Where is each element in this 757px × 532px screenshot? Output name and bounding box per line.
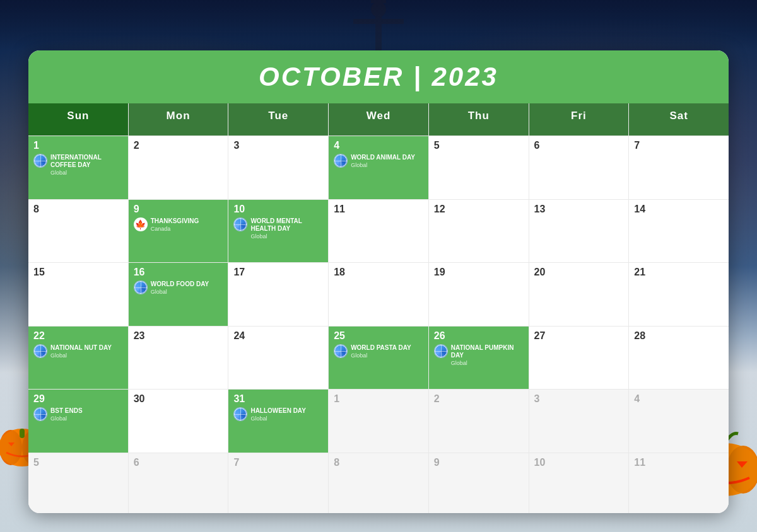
day-7[interactable]: 7 xyxy=(629,136,729,199)
day-26[interactable]: 26 NATIONAL PUMPKIN DAY Global xyxy=(429,327,529,389)
day-nov-2[interactable]: 2 xyxy=(429,390,529,452)
event-animal-day: WORLD ANIMAL DAY Global xyxy=(334,154,423,168)
event-thanksgiving: 🍁 THANKSGIVING Canada xyxy=(134,217,223,232)
day-17[interactable]: 17 xyxy=(228,263,328,325)
day-14[interactable]: 14 xyxy=(629,200,729,262)
day-12[interactable]: 12 xyxy=(429,200,529,262)
header-sat: Sat xyxy=(629,103,729,136)
globe-icon-5 xyxy=(33,344,47,358)
svg-rect-15 xyxy=(353,19,404,24)
header-sun: Sun xyxy=(28,103,128,136)
globe-icon-7 xyxy=(434,344,448,358)
day-1[interactable]: 1 INTERNATIONAL COFFEE DAY Global xyxy=(28,136,128,199)
calendar-container: OCTOBER | 2023 Sun Mon Tue Wed Thu Fri S… xyxy=(28,50,729,513)
day-4[interactable]: 4 WORLD ANIMAL DAY Global xyxy=(329,136,428,199)
scarecrow-silhouette xyxy=(315,0,442,53)
globe-icon-8 xyxy=(33,407,47,421)
day-24[interactable]: 24 xyxy=(228,327,328,389)
day-nov-4[interactable]: 4 xyxy=(629,390,729,452)
day-nov-6[interactable]: 6 xyxy=(129,453,228,513)
canada-flag-icon: 🍁 xyxy=(134,217,148,231)
day-nov-7[interactable]: 7 xyxy=(228,453,328,513)
day-8[interactable]: 8 xyxy=(28,200,128,262)
event-pasta-day: WORLD PASTA DAY Global xyxy=(334,344,423,359)
calendar-header: OCTOBER | 2023 xyxy=(28,50,729,103)
event-halloween: HALLOWEEN DAY Global xyxy=(233,407,323,422)
day-25[interactable]: 25 WORLD PASTA DAY Global xyxy=(329,327,428,389)
day-27[interactable]: 27 xyxy=(529,327,629,389)
day-9[interactable]: 9 🍁 THANKSGIVING Canada xyxy=(129,200,228,262)
day-nov-3[interactable]: 3 xyxy=(529,390,629,452)
header-fri: Fri xyxy=(529,103,629,136)
day-18[interactable]: 18 xyxy=(329,263,428,325)
globe-icon-2 xyxy=(334,154,348,168)
svg-rect-18 xyxy=(373,0,384,1)
event-pumpkin-day: NATIONAL PUMPKIN DAY Global xyxy=(434,344,524,366)
day-5[interactable]: 5 xyxy=(429,136,529,199)
day-6[interactable]: 6 xyxy=(529,136,629,199)
day-2[interactable]: 2 xyxy=(129,136,228,199)
header-tue: Tue xyxy=(228,103,328,136)
svg-point-16 xyxy=(371,2,386,17)
calendar-grid: Sun Mon Tue Wed Thu Fri Sat 1 INTERNATIO… xyxy=(28,103,729,513)
day-22[interactable]: 22 NATIONAL NUT DAY Global xyxy=(28,327,128,389)
day-nov-9[interactable]: 9 xyxy=(429,453,529,513)
globe-icon-4 xyxy=(134,280,148,294)
globe-icon-3 xyxy=(233,217,247,231)
day-13[interactable]: 13 xyxy=(529,200,629,262)
day-nov-5[interactable]: 5 xyxy=(28,453,128,513)
day-31[interactable]: 31 HALLOWEEN DAY Global xyxy=(228,390,328,452)
day-30[interactable]: 30 xyxy=(129,390,228,452)
globe-icon-9 xyxy=(233,407,247,421)
event-bst-ends: BST ENDS Global xyxy=(33,407,123,422)
day-28[interactable]: 28 xyxy=(629,327,729,389)
day-16[interactable]: 16 WORLD FOOD DAY Global xyxy=(129,263,228,325)
header-mon: Mon xyxy=(129,103,228,136)
day-15[interactable]: 15 xyxy=(28,263,128,325)
event-nut-day: NATIONAL NUT DAY Global xyxy=(33,344,123,359)
day-20[interactable]: 20 xyxy=(529,263,629,325)
day-29[interactable]: 29 BST ENDS Global xyxy=(28,390,128,452)
event-coffee-day: INTERNATIONAL COFFEE DAY Global xyxy=(33,154,123,176)
day-23[interactable]: 23 xyxy=(129,327,228,389)
globe-icon xyxy=(33,154,47,168)
day-11[interactable]: 11 xyxy=(329,200,428,262)
day-19[interactable]: 19 xyxy=(429,263,529,325)
day-nov-10[interactable]: 10 xyxy=(529,453,629,513)
event-mental-health: WORLD MENTAL HEALTH DAY Global xyxy=(233,217,323,240)
calendar-title: OCTOBER | 2023 xyxy=(28,62,729,92)
day-3[interactable]: 3 xyxy=(228,136,328,199)
svg-rect-14 xyxy=(375,13,382,50)
day-nov-8[interactable]: 8 xyxy=(329,453,428,513)
globe-icon-6 xyxy=(334,344,348,358)
day-21[interactable]: 21 xyxy=(629,263,729,325)
event-food-day: WORLD FOOD DAY Global xyxy=(134,280,223,295)
header-wed: Wed xyxy=(329,103,428,136)
day-10[interactable]: 10 WORLD MENTAL HEALTH DAY Global xyxy=(228,200,328,262)
header-thu: Thu xyxy=(429,103,529,136)
day-nov-1[interactable]: 1 xyxy=(329,390,428,452)
day-nov-11[interactable]: 11 xyxy=(629,453,729,513)
